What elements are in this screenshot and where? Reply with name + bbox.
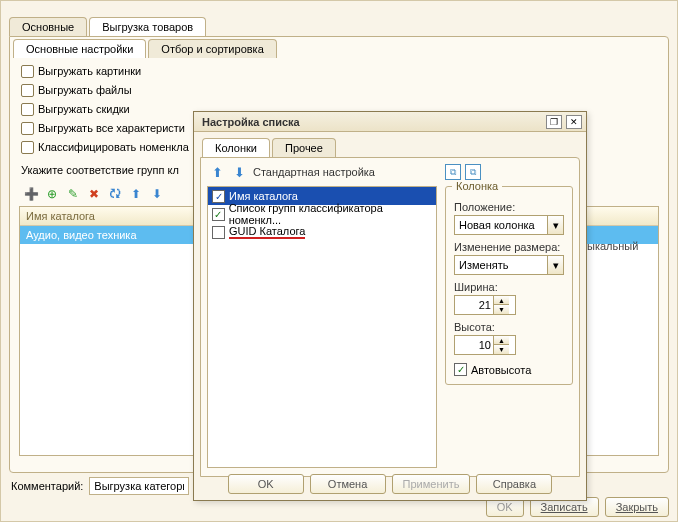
chk-discounts[interactable] xyxy=(21,103,34,116)
dlg-help-button[interactable]: Справка xyxy=(476,474,552,494)
col-label-catalog-name: Имя каталога xyxy=(229,190,298,202)
tab-export[interactable]: Выгрузка товаров xyxy=(89,17,206,36)
dlg-tab-columns[interactable]: Колонки xyxy=(202,138,270,157)
lbl-files: Выгружать файлы xyxy=(38,84,132,96)
col-chk-group-list[interactable] xyxy=(212,208,225,221)
grid-toolbar: ➕ ⊕ ✎ ✖ 🗘 ⬆ ⬇ xyxy=(21,184,167,204)
resize-label: Изменение размера: xyxy=(454,241,564,253)
width-spinner[interactable]: ▲▼ xyxy=(454,295,516,315)
col-label-guid: GUID Каталога xyxy=(229,225,305,239)
lbl-chars: Выгружать все характеристи xyxy=(38,122,185,134)
move-up-icon[interactable]: ⬆ xyxy=(126,184,146,204)
refresh-icon[interactable]: 🗘 xyxy=(105,184,125,204)
chk-classify[interactable] xyxy=(21,141,34,154)
main-window: Основные Выгрузка товаров Основные настр… xyxy=(0,0,678,522)
width-input[interactable] xyxy=(455,299,493,311)
move-down-icon[interactable]: ⬇ xyxy=(147,184,167,204)
subtab-settings[interactable]: Основные настройки xyxy=(13,39,146,58)
dlg-cancel-button[interactable]: Отмена xyxy=(310,474,386,494)
move-up-icon[interactable]: ⬆ xyxy=(209,164,225,180)
column-properties: ⧉ ⧉ Колонка Положение: Новая колонка ▾ И… xyxy=(445,164,573,470)
height-label: Высота: xyxy=(454,321,564,333)
autoheight-row: Автовысота xyxy=(454,363,564,376)
dialog-buttons: OK Отмена Применить Справка xyxy=(194,474,586,494)
col-chk-catalog-name[interactable] xyxy=(212,190,225,203)
lbl-classify: Классифицировать номенкла xyxy=(38,141,189,153)
chevron-down-icon[interactable]: ▾ xyxy=(547,216,563,234)
comment-label: Комментарий: xyxy=(11,480,83,492)
autoheight-checkbox[interactable] xyxy=(454,363,467,376)
position-combo[interactable]: Новая колонка ▾ xyxy=(454,215,564,235)
group-title: Колонка xyxy=(452,180,502,192)
subtab-filter[interactable]: Отбор и сортировка xyxy=(148,39,276,58)
tab-main[interactable]: Основные xyxy=(9,17,87,36)
sub-tabs: Основные настройки Отбор и сортировка xyxy=(13,39,277,58)
col-chk-guid[interactable] xyxy=(212,226,225,239)
spin-up-icon[interactable]: ▲ xyxy=(494,296,509,305)
resize-combo[interactable]: Изменять ▾ xyxy=(454,255,564,275)
chevron-down-icon[interactable]: ▾ xyxy=(547,256,563,274)
dialog-titlebar[interactable]: Настройка списка ❐ ✕ xyxy=(194,112,586,132)
spin-up-icon[interactable]: ▲ xyxy=(494,336,509,345)
chk-chars[interactable] xyxy=(21,122,34,135)
width-label: Ширина: xyxy=(454,281,564,293)
dialog-body: ⬆ ⬇ Стандартная настройка Имя каталога С… xyxy=(200,157,580,477)
top-tabs: Основные Выгрузка товаров xyxy=(9,17,206,36)
comment-row: Комментарий: xyxy=(11,477,189,495)
dialog-tabs: Колонки Прочее xyxy=(202,138,586,157)
col-label-group-list: Список групп классификатора номенкл... xyxy=(229,202,432,226)
list-settings-dialog: Настройка списка ❐ ✕ Колонки Прочее ⬆ ⬇ … xyxy=(193,111,587,501)
columns-list[interactable]: Имя каталога Список групп классификатора… xyxy=(207,186,437,468)
dlg-tab-other[interactable]: Прочее xyxy=(272,138,336,157)
column-group: Колонка Положение: Новая колонка ▾ Измен… xyxy=(445,186,573,385)
height-spinner[interactable]: ▲▼ xyxy=(454,335,516,355)
copy-icon[interactable]: ⧉ xyxy=(445,164,461,180)
comment-input[interactable] xyxy=(89,477,189,495)
edit-icon[interactable]: ✎ xyxy=(63,184,83,204)
maximize-icon[interactable]: ❐ xyxy=(546,115,562,129)
resize-value: Изменять xyxy=(455,259,547,271)
dlg-ok-button[interactable]: OK xyxy=(228,474,304,494)
lbl-pictures: Выгружать картинки xyxy=(38,65,141,77)
paste-icon[interactable]: ⧉ xyxy=(465,164,481,180)
close-button[interactable]: Закрыть xyxy=(605,497,669,517)
spin-down-icon[interactable]: ▼ xyxy=(494,305,509,314)
standard-settings-link[interactable]: Стандартная настройка xyxy=(253,166,375,178)
add-copy-icon[interactable]: ⊕ xyxy=(42,184,62,204)
hint-label: Укажите соответствие групп кл xyxy=(21,164,179,176)
spin-down-icon[interactable]: ▼ xyxy=(494,345,509,354)
delete-icon[interactable]: ✖ xyxy=(84,184,104,204)
dialog-toolbar: ⬆ ⬇ Стандартная настройка xyxy=(209,164,375,180)
position-value: Новая колонка xyxy=(455,219,547,231)
dialog-title: Настройка списка xyxy=(202,116,300,128)
options-list: Выгружать картинки Выгружать файлы Выгру… xyxy=(21,63,189,155)
position-label: Положение: xyxy=(454,201,564,213)
lbl-discounts: Выгружать скидки xyxy=(38,103,130,115)
height-input[interactable] xyxy=(455,339,493,351)
grid-extra-text: ыкальный xyxy=(581,237,644,255)
chk-files[interactable] xyxy=(21,84,34,97)
autoheight-label: Автовысота xyxy=(471,364,531,376)
chk-pictures[interactable] xyxy=(21,65,34,78)
close-icon[interactable]: ✕ xyxy=(566,115,582,129)
move-down-icon[interactable]: ⬇ xyxy=(231,164,247,180)
col-item-group-list[interactable]: Список групп классификатора номенкл... xyxy=(208,205,436,223)
dlg-apply-button[interactable]: Применить xyxy=(392,474,471,494)
add-icon[interactable]: ➕ xyxy=(21,184,41,204)
